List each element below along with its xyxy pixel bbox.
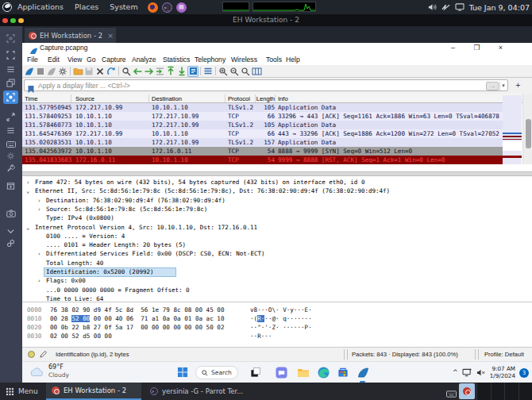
- column-info[interactable]: Info: [278, 95, 288, 102]
- network-icon[interactable]: [441, 3, 450, 11]
- hex-row[interactable]: 003002 00 52 d5 00 00··R···: [22, 332, 532, 340]
- wireshark-taskbar-icon[interactable]: [356, 365, 370, 379]
- display-filter-input[interactable]: Apply a display filter ... <Ctrl-/> → ▼: [24, 79, 508, 91]
- zoom-out-icon[interactable]: [229, 66, 240, 77]
- menu-go[interactable]: Go: [87, 54, 95, 65]
- next-packet-icon[interactable]: [143, 66, 154, 77]
- reload-icon[interactable]: [106, 66, 117, 77]
- first-packet-icon[interactable]: [165, 66, 176, 77]
- tray-expand-icon[interactable]: ^: [453, 369, 458, 376]
- packet-row[interactable]: 131.57840925310.10.1.10172.217.10.99TCP6…: [22, 112, 503, 121]
- close-button[interactable]: ×: [495, 43, 506, 53]
- packet-scrollbar[interactable]: [522, 94, 532, 164]
- store-icon[interactable]: [336, 365, 350, 379]
- menu-help[interactable]: Help: [286, 54, 300, 65]
- hex-row[interactable]: 000076 38 02 90 d9 4f 5c 8d 56 1e 79 8c …: [22, 306, 532, 314]
- detail-line[interactable]: 0100 .... = Version: 4: [22, 232, 532, 240]
- workspace-3[interactable]: [504, 383, 519, 400]
- expert-info-icon[interactable]: [28, 351, 35, 358]
- restart-capture-icon[interactable]: [46, 66, 57, 77]
- workspace-switcher[interactable]: [476, 383, 532, 400]
- expander-icon[interactable]: ⌄: [26, 223, 30, 232]
- hex-row[interactable]: 002000 0b 22 b8 27 0f 5a 17 00 00 00 00 …: [22, 323, 532, 332]
- detail-line[interactable]: .... 0101 = Header Length: 20 bytes (5): [22, 240, 532, 249]
- save-file-icon[interactable]: [83, 66, 94, 77]
- taskbar-search[interactable]: Search: [195, 366, 238, 379]
- workspace-2[interactable]: [491, 383, 505, 400]
- display-grab-icon[interactable]: [3, 90, 18, 104]
- detail-line[interactable]: ›Destination: 76:38:02:90:d9:4f (76:38:0…: [22, 196, 532, 205]
- notification-badge[interactable]: 3: [519, 368, 529, 378]
- tray-clock[interactable]: 9:07 AM 1/9/2024: [490, 366, 515, 379]
- keyboard-layout-icon[interactable]: [446, 387, 457, 400]
- taskbar-item-yersinia[interactable]: >_ yersinia -G - Parrot Ter...: [145, 383, 251, 400]
- packet-list-header[interactable]: TimeSourceDestinationProtocolLengthInfo: [22, 94, 532, 103]
- menu-view[interactable]: View: [67, 54, 82, 65]
- tray-volume-icon[interactable]: [476, 365, 486, 380]
- menu-telephony[interactable]: Telephony: [195, 54, 226, 65]
- detail-line[interactable]: ...0 0000 0000 0000 = Fragment Offset: 0: [22, 286, 532, 294]
- packet-minimap[interactable]: [503, 95, 522, 164]
- menu-button[interactable]: Menu: [3, 383, 40, 400]
- filter-dropdown-caret[interactable]: ▼: [499, 82, 507, 90]
- filter-add-button[interactable]: +: [513, 80, 523, 90]
- column-time[interactable]: Time: [25, 95, 38, 102]
- expander-icon[interactable]: ›: [37, 249, 41, 258]
- column-separator[interactable]: [255, 94, 256, 102]
- new-window-icon[interactable]: [6, 179, 15, 194]
- column-separator[interactable]: [275, 94, 276, 102]
- stop-capture-icon[interactable]: [35, 66, 46, 77]
- column-destination[interactable]: Destination: [152, 95, 182, 102]
- detail-line[interactable]: Type: IPv4 (0x0800): [22, 213, 532, 222]
- tray-network-icon[interactable]: [462, 365, 472, 380]
- start-button[interactable]: [175, 365, 190, 379]
- chat-icon[interactable]: [274, 365, 288, 379]
- clock[interactable]: Tue Jan 9, 04:07: [469, 3, 530, 12]
- top-menu-applications[interactable]: Applications: [12, 0, 69, 14]
- expander-icon[interactable]: ⌄: [26, 187, 30, 195]
- tab-close-icon[interactable]: ×: [107, 32, 114, 40]
- status-profile[interactable]: Profile: Default: [484, 351, 524, 358]
- detail-line[interactable]: ›Differentiated Services Field: 0x00 (DS…: [22, 249, 532, 258]
- display-icon[interactable]: [455, 3, 465, 11]
- colorize-icon[interactable]: [202, 66, 214, 77]
- menu-analyze[interactable]: Analyze: [132, 54, 156, 65]
- windows-icon[interactable]: [6, 75, 15, 90]
- expander-icon[interactable]: ›: [37, 205, 41, 213]
- detail-line[interactable]: ⌄Internet Protocol Version 4, Src: 10.10…: [22, 223, 532, 232]
- last-packet-icon[interactable]: [176, 66, 187, 77]
- packet-row[interactable]: 135.02028353110.10.1.10172.217.10.99TLSv…: [22, 138, 503, 147]
- packet-row[interactable]: 131.577950945172.217.10.9910.10.1.10TLSv…: [22, 103, 503, 112]
- detail-line[interactable]: ⌄Ethernet II, Src: 5c:8d:56:1e:79:8c (5c…: [22, 187, 532, 195]
- menu-wireless[interactable]: Wireless: [231, 54, 257, 65]
- workspace-1[interactable]: [476, 383, 491, 400]
- menu-tools[interactable]: Tools: [266, 54, 282, 65]
- previous-packet-icon[interactable]: [132, 66, 143, 77]
- detail-line[interactable]: ›Frame 472: 54 bytes on wire (432 bits),…: [22, 178, 532, 187]
- volume-icon[interactable]: [428, 3, 437, 11]
- scrollbar-handle[interactable]: [526, 119, 531, 148]
- capture-options-icon[interactable]: [57, 66, 68, 77]
- weather-widget[interactable]: 69°FCloudy: [30, 363, 69, 379]
- menu-edit[interactable]: Edit: [48, 54, 60, 65]
- maximize-button[interactable]: ❐: [472, 43, 482, 53]
- column-separator[interactable]: [225, 94, 226, 102]
- zoom-reset-icon[interactable]: [240, 66, 251, 77]
- detail-line[interactable]: Identification: 0x5200 (20992): [22, 267, 532, 276]
- menu-file[interactable]: File: [27, 54, 38, 65]
- cpu-graph[interactable]: [222, 2, 249, 12]
- detail-line[interactable]: ›Flags: 0x00: [22, 276, 532, 285]
- expander-icon[interactable]: ›: [37, 276, 41, 285]
- taskbar-item-eh-workstation[interactable]: EH Workstation - 2: [46, 383, 141, 400]
- workspace-4[interactable]: [519, 383, 532, 400]
- expander-icon[interactable]: ›: [26, 178, 30, 187]
- edge-icon[interactable]: [316, 365, 330, 379]
- network-graph[interactable]: [253, 2, 316, 12]
- packet-row[interactable]: 135.04256397210.10.1.10172.16.0.11TCP548…: [22, 147, 503, 156]
- minimize-button[interactable]: –: [448, 43, 458, 53]
- tab-eh-workstation[interactable]: EH Workstation - 2 ×: [25, 28, 116, 43]
- filter-apply-button[interactable]: →: [486, 82, 499, 90]
- wrench-icon[interactable]: [6, 160, 15, 175]
- fullscreen-icon[interactable]: [6, 48, 15, 63]
- packet-row[interactable]: 131.645476369172.217.10.9910.10.1.10TCP6…: [22, 129, 503, 138]
